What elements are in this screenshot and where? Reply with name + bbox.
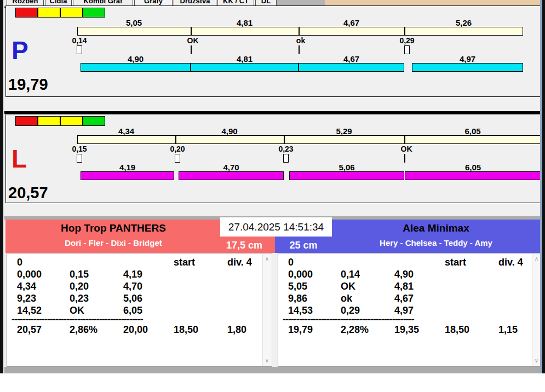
dog-time-label: 4,90 bbox=[81, 54, 191, 64]
lane-letter-L: L bbox=[12, 146, 27, 171]
dog-time-label: 4,67 bbox=[299, 54, 404, 64]
table-body[interactable]: 0startdiv. 40,0000,154,194,340,204,709,2… bbox=[12, 257, 262, 365]
table-cell: OK bbox=[341, 281, 355, 292]
table-cell: 9,86 bbox=[288, 293, 307, 304]
split-bar-divider bbox=[404, 136, 405, 143]
changeover-gap-box bbox=[404, 45, 410, 54]
dog-time-bar-segment bbox=[289, 171, 404, 180]
status-light-green bbox=[83, 8, 105, 18]
table-cell: 0,20 bbox=[70, 281, 89, 292]
scroll-down-icon[interactable]: ∨ bbox=[532, 357, 541, 365]
table-header-row: 0startdiv. 4 bbox=[283, 257, 531, 269]
table-cell: 19,35 bbox=[394, 324, 419, 336]
split-time-label: 4,81 bbox=[191, 18, 299, 27]
changeover-gap-box bbox=[77, 154, 82, 163]
split-time-label: 6,05 bbox=[404, 126, 541, 136]
table-cell: ok bbox=[341, 293, 352, 304]
table-cell: 9,23 bbox=[17, 293, 36, 304]
split-bar-divider bbox=[404, 27, 405, 35]
team-dogs-left: Dori - Fler - Dixi - Bridget bbox=[7, 238, 220, 247]
table-cell: 0,23 bbox=[70, 293, 89, 304]
changeover-gap-box bbox=[77, 45, 82, 54]
table-cell: 0,15 bbox=[70, 269, 89, 280]
table-cell: 0 bbox=[288, 257, 294, 268]
split-bar bbox=[77, 27, 523, 36]
scroll-up-icon[interactable]: ∧ bbox=[263, 255, 271, 263]
changeover-ok-tick bbox=[191, 45, 192, 54]
table-summary-row: 19,792,28%19,3518,501,15 bbox=[283, 324, 531, 336]
table-row: 9,86ok4,67 bbox=[283, 293, 531, 305]
status-light-yellow-1 bbox=[38, 116, 60, 126]
table-body[interactable]: 0startdiv. 40,0000,144,905,05OK4,819,86o… bbox=[283, 257, 531, 365]
lane-panel-L: L4,344,905,296,050,150,200,23OK4,194,705… bbox=[5, 114, 542, 203]
dog-time-label: 4,19 bbox=[81, 163, 174, 172]
table-cell: div. 4 bbox=[498, 257, 523, 268]
scroll-up-icon[interactable]: ∧ bbox=[532, 255, 541, 263]
table-cell: 0,29 bbox=[341, 305, 360, 316]
table-row: 0,0000,144,90 bbox=[283, 269, 531, 281]
timestamp: 27.04.2025 14:51:34 bbox=[220, 217, 332, 237]
app-window: RozběhČidlaKombi GrafGrafyDružstvaKK / Č… bbox=[0, 0, 545, 392]
lane-total-time: 20,57 bbox=[8, 185, 48, 201]
table-cell: 2,86% bbox=[70, 324, 97, 336]
lane-divider bbox=[4, 111, 542, 114]
table-separator: ----------------------------------------… bbox=[12, 317, 167, 324]
table-row: 0,0000,154,19 bbox=[12, 269, 262, 281]
results-table-left[interactable]: 0startdiv. 40,0000,154,194,340,204,709,2… bbox=[7, 253, 272, 367]
status-bar bbox=[3, 367, 542, 373]
table-cell: 4,70 bbox=[123, 281, 142, 292]
dog-time-label: 4,97 bbox=[412, 54, 523, 64]
split-time-label: 5,29 bbox=[284, 126, 404, 136]
table-header-row: 0startdiv. 4 bbox=[12, 257, 262, 269]
table-cell: 5,05 bbox=[288, 281, 307, 292]
status-light-red bbox=[15, 8, 38, 18]
table-row: 4,340,204,70 bbox=[12, 281, 262, 293]
vertical-scrollbar[interactable]: ∧∨ bbox=[532, 254, 541, 366]
results-table-right[interactable]: 0startdiv. 40,0000,144,905,05OK4,819,86o… bbox=[278, 253, 542, 367]
dog-time-bar-segment bbox=[81, 63, 191, 72]
changeover-gap-box bbox=[283, 154, 289, 163]
dog-time-label: 5,06 bbox=[289, 163, 404, 172]
table-cell: 20,57 bbox=[17, 324, 42, 336]
table-summary-row: 20,572,86%20,0018,501,80 bbox=[12, 324, 262, 336]
dog-time-label: 4,70 bbox=[179, 163, 284, 172]
dog-time-bar-segment bbox=[179, 171, 284, 180]
table-row: 14,52OK6,05 bbox=[12, 305, 262, 317]
lane-panel-P: P5,054,814,675,260,14OKok0,294,904,814,6… bbox=[5, 5, 542, 97]
dog-time-bar-segment bbox=[191, 63, 299, 72]
split-bar-divider bbox=[284, 136, 285, 143]
table-cell: 4,97 bbox=[394, 305, 414, 316]
table-cell: 18,50 bbox=[174, 324, 198, 336]
scroll-down-icon[interactable]: ∨ bbox=[263, 357, 271, 365]
split-time-label: 4,67 bbox=[299, 18, 404, 27]
table-cell: 0,000 bbox=[288, 269, 313, 280]
window-left-highlight bbox=[3, 0, 4, 373]
split-bar-divider bbox=[175, 136, 176, 143]
changeover-label: 0,14 bbox=[72, 36, 87, 45]
table-cell: 0 bbox=[17, 257, 22, 268]
changeover-label: 0,15 bbox=[72, 145, 87, 153]
lane-letter-P: P bbox=[12, 38, 28, 63]
dog-time-bar-segment bbox=[81, 171, 174, 180]
split-time-label: 5,26 bbox=[404, 18, 523, 27]
changeover-ok-tick bbox=[404, 154, 405, 163]
changeover-label: 0,20 bbox=[170, 145, 185, 153]
jump-height-right: 25 cm bbox=[275, 240, 332, 251]
jump-height-left: 17,5 cm bbox=[215, 240, 274, 251]
split-bar-divider bbox=[299, 27, 300, 35]
table-cell: start bbox=[445, 257, 466, 268]
lane-total-time: 19,79 bbox=[8, 76, 48, 93]
changeover-label: OK bbox=[187, 36, 199, 45]
table-cell: 0,000 bbox=[17, 269, 42, 280]
table-cell: div. 4 bbox=[227, 257, 252, 268]
split-time-label: 4,34 bbox=[77, 126, 175, 136]
table-cell: 4,90 bbox=[394, 269, 414, 280]
dog-time-label: 6,05 bbox=[405, 163, 541, 172]
table-cell: OK bbox=[70, 305, 84, 316]
vertical-scrollbar[interactable]: ∧∨ bbox=[262, 254, 271, 366]
table-cell: 1,80 bbox=[227, 324, 246, 336]
team-dogs-right: Hery - Chelsea - Teddy - Amy bbox=[332, 238, 540, 247]
table-cell: 14,53 bbox=[288, 305, 313, 316]
table-cell: 6,05 bbox=[123, 305, 142, 316]
table-row: 5,05OK4,81 bbox=[283, 281, 531, 293]
